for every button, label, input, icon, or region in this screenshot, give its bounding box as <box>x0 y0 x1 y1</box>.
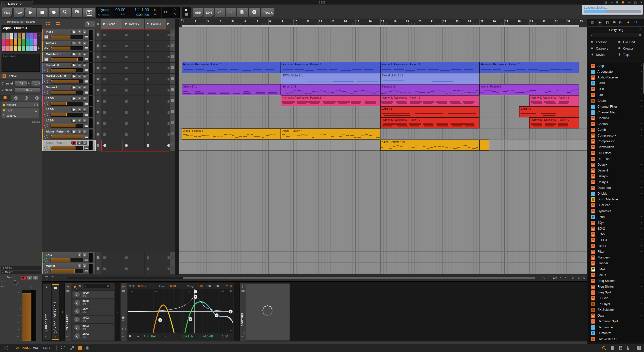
solo-button[interactable]: S <box>77 253 82 257</box>
clip-slot-partial[interactable] <box>166 63 170 74</box>
browser-item[interactable]: Delay+› <box>588 162 644 168</box>
volume-bar[interactable] <box>51 135 83 139</box>
browser-item[interactable]: Dynamics› <box>588 208 644 214</box>
stop-square[interactable] <box>97 256 99 259</box>
volume-bar[interactable] <box>51 146 83 150</box>
search-clear-icon[interactable]: ✕ <box>639 33 641 37</box>
track-name[interactable]: Serum 2 <box>46 86 57 89</box>
palette-swatch[interactable] <box>10 33 13 39</box>
soothe2-device[interactable]: ☾SOOTHE2↦ <box>239 283 290 341</box>
track-name[interactable]: Alpha - Pattern 4 <box>46 130 69 133</box>
listen-icon[interactable]: ◄ <box>137 335 139 338</box>
slot-stop-icon[interactable] <box>103 133 106 136</box>
browser-item[interactable]: Delay-4› <box>588 179 644 185</box>
arranger-clip[interactable]: SWAM Violin 3 #2 <box>380 73 479 84</box>
palette-swatch[interactable] <box>22 33 25 39</box>
browser-item[interactable]: ⇆HW Clock Out <box>588 336 644 342</box>
undo-button[interactable]: ↶ <box>215 8 225 18</box>
close-project-icon[interactable]: ✕ <box>19 3 22 6</box>
palette-swatch[interactable] <box>18 46 21 51</box>
filter-category[interactable]: ✱Category <box>591 46 616 51</box>
solo-button[interactable]: S <box>77 41 82 45</box>
browser-item[interactable]: EQ-DJ› <box>588 237 644 243</box>
play-menu-button[interactable]: PLAY <box>14 8 25 18</box>
mute-button[interactable]: M <box>82 108 87 112</box>
browser-item[interactable]: Compressor› <box>588 139 644 144</box>
device-power-icon[interactable]: ⏻ <box>122 285 125 289</box>
magnet-icon[interactable] <box>51 276 54 280</box>
clip-slot-partial[interactable] <box>166 252 170 263</box>
slot-stop-icon[interactable] <box>147 268 149 270</box>
redo-button[interactable]: ↷ <box>226 8 236 18</box>
arranger-clip[interactable]: Harmonic Resonance - Pattern 2 <box>182 62 281 73</box>
tab-devices[interactable] <box>0 95 11 101</box>
expand-chevron-icon[interactable]: › <box>641 296 642 299</box>
solo-button[interactable]: S <box>77 63 82 67</box>
arranger-clip[interactable] <box>479 140 489 151</box>
arranger-clip[interactable]: Harmonic Resonance - Pattern 2 <box>281 62 380 73</box>
tempo-display[interactable]: 90.004/4 <box>110 7 127 18</box>
automation-write-button[interactable]: w <box>60 8 71 18</box>
launcher-view-button[interactable] <box>83 8 95 18</box>
track-name[interactable]: Kontakt 8 <box>46 64 59 67</box>
tempo-value[interactable]: 90.00 <box>115 8 125 12</box>
project-tab[interactable]: New 2 ✕ <box>1 1 33 8</box>
clip-slot[interactable] <box>144 140 166 151</box>
clip-slot[interactable] <box>144 40 166 52</box>
slot-stop-icon[interactable] <box>103 78 106 80</box>
browser-tab-modules-icon[interactable]: M <box>619 20 624 25</box>
slot-stop-icon[interactable] <box>103 89 106 92</box>
browser-item[interactable]: Focus› <box>588 272 644 278</box>
close-button[interactable]: ✕ <box>640 1 642 4</box>
clip-slot[interactable] <box>101 85 123 96</box>
punch-metronome[interactable]: ⬅∆ <box>151 7 162 18</box>
expand-chevron-icon[interactable]: › <box>641 168 642 171</box>
arranger-grid[interactable]: Harmonic Resonance - Pattern 2Harmonic R… <box>179 27 587 274</box>
expand-chevron-icon[interactable]: › <box>641 70 642 73</box>
browser-item[interactable]: Convolution› <box>588 144 644 150</box>
browser-item[interactable]: Bit-8› <box>588 86 644 92</box>
expand-chevron-icon[interactable]: › <box>641 261 642 264</box>
slot-stop-icon[interactable] <box>147 133 149 136</box>
mixer-panel-toggle[interactable] <box>86 346 90 350</box>
mute-button[interactable]: M <box>82 253 87 257</box>
preset-knob[interactable] <box>74 291 80 298</box>
browser-item[interactable]: Distortion› <box>588 185 644 191</box>
stop-square[interactable] <box>97 100 99 102</box>
clear-snap-icon[interactable]: ✕ <box>57 276 59 279</box>
tab-clock[interactable] <box>11 95 21 101</box>
slot-stop-icon[interactable] <box>103 268 106 270</box>
slot-stop-icon[interactable] <box>147 56 149 58</box>
device-preset-folder-icon[interactable] <box>242 290 245 292</box>
slot-stop-icon[interactable] <box>125 89 128 92</box>
volume-bar[interactable] <box>51 91 83 95</box>
track-menu-button[interactable]: TRACK <box>261 8 275 18</box>
band-freq-value[interactable]: 1.59 kHz <box>181 335 193 338</box>
clip-slot[interactable] <box>123 85 144 96</box>
mixer-mute-button[interactable]: M <box>33 276 38 280</box>
clip-slot[interactable] <box>101 96 123 107</box>
mute-button[interactable]: M <box>82 52 87 56</box>
expand-chevron-icon[interactable]: › <box>641 244 642 247</box>
keyboard-panel-toggle[interactable] <box>636 346 641 350</box>
expand-chevron-icon[interactable]: › <box>641 331 642 334</box>
pointer-tool-button[interactable]: ▾ <box>85 21 95 27</box>
range-option[interactable]: ±20 <box>206 285 211 288</box>
time-signature[interactable]: 4/4 <box>121 13 125 17</box>
io-routing-icon[interactable] <box>70 346 74 350</box>
clip-slot[interactable] <box>144 96 166 107</box>
expand-chevron-icon[interactable]: › <box>641 267 642 270</box>
time-value[interactable]: 0:00.000 <box>136 13 149 17</box>
stop-square[interactable] <box>97 67 99 69</box>
track-name[interactable]: Master <box>46 264 55 267</box>
slot-record-icon[interactable] <box>125 144 128 147</box>
record-arm-button[interactable] <box>71 119 76 123</box>
browser-item[interactable]: EQ-2› <box>588 226 644 232</box>
slot-stop-icon[interactable] <box>103 56 106 58</box>
preset-knob[interactable] <box>74 300 80 306</box>
launcher-overview-column[interactable] <box>170 52 175 63</box>
expand-chevron-icon[interactable]: › <box>641 232 642 235</box>
slot-stop-icon[interactable] <box>103 100 106 103</box>
pan-knob[interactable] <box>13 280 18 285</box>
clip-slot[interactable] <box>101 74 123 85</box>
